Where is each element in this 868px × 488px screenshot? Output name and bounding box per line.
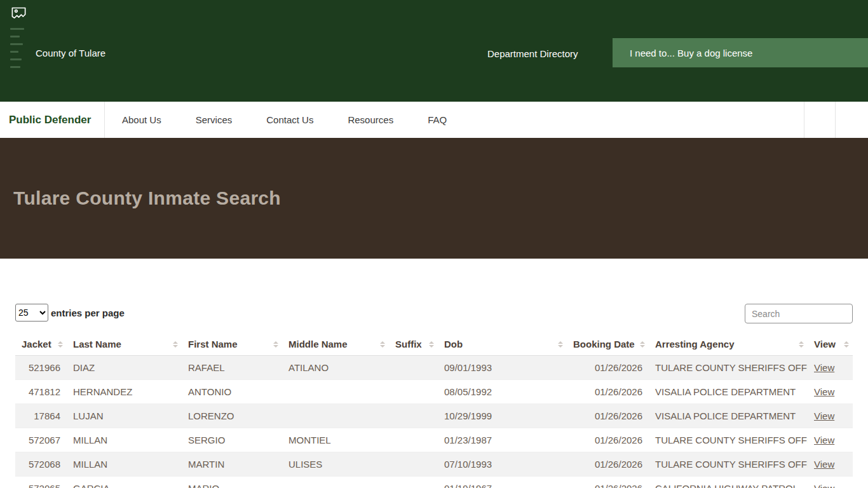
nav-item-about-us[interactable]: About Us [105,114,179,125]
nav-item-contact-us[interactable]: Contact Us [249,114,330,125]
main-nav: Public Defender About Us Services Contac… [0,102,868,138]
cell-last-name: MILLAN [67,452,182,477]
table-controls: 25 entries per page [15,304,853,323]
column-header-suffix[interactable]: Suffix [389,333,438,356]
cell-dob: 10/29/1999 [438,404,567,428]
cell-first-name: RAFAEL [182,356,282,380]
cell-middle-name: ULISES [282,452,389,477]
sort-icon[interactable] [799,341,804,348]
cell-suffix [389,477,438,488]
entries-per-page-select[interactable]: 25 [15,304,48,322]
site-header: County of Tulare Department Directory I … [0,0,868,102]
cell-booking-date: 01/26/2026 [567,452,649,477]
column-header-first-name[interactable]: First Name [182,333,282,356]
cell-view: View [808,356,853,380]
cell-first-name: MARTIN [182,452,282,477]
nav-divider [804,102,804,138]
cell-jacket: 521966 [15,356,67,380]
view-link[interactable]: View [814,435,834,445]
cell-arresting-agency: TULARE COUNTY SHERIFFS OFFICE [649,452,808,477]
cell-middle-name [282,380,389,404]
cell-booking-date: 01/26/2026 [567,428,649,452]
table-row: 572067MILLANSERGIOMONTIEL01/23/198701/26… [15,428,853,452]
cell-jacket: 572068 [15,452,67,477]
cell-jacket: 471812 [15,380,67,404]
entries-per-page-label: entries per page [51,308,125,318]
cell-view: View [808,428,853,452]
column-label: Last Name [73,339,121,349]
cell-suffix [389,428,438,452]
hero-banner: Tulare County Inmate Search [0,138,868,259]
cell-arresting-agency: VISALIA POLICE DEPARTMENT [649,380,808,404]
broken-image-icon [10,5,29,22]
search-input[interactable] [745,304,853,323]
column-header-dob[interactable]: Dob [438,333,567,356]
cell-first-name: ANTONIO [182,380,282,404]
column-label: Jacket [22,339,51,349]
sort-icon[interactable] [58,341,63,348]
cell-view: View [808,452,853,477]
cell-middle-name: ATILANO [282,356,389,380]
sort-icon[interactable] [558,341,563,348]
column-header-middle-name[interactable]: Middle Name [282,333,389,356]
nav-item-resources[interactable]: Resources [330,114,410,125]
view-link[interactable]: View [814,483,834,488]
column-label: Booking Date [573,339,635,349]
sort-icon[interactable] [429,341,434,348]
column-header-jacket[interactable]: Jacket [15,333,67,356]
sort-icon[interactable] [273,341,278,348]
cell-view: View [808,477,853,488]
cell-last-name: DIAZ [67,356,182,380]
cell-last-name: GARCIA [67,477,182,488]
cell-view: View [808,404,853,428]
cell-last-name: MILLAN [67,428,182,452]
page-title: Tulare County Inmate Search [13,187,281,209]
column-header-booking-date[interactable]: Booking Date [567,333,649,356]
cell-first-name: LORENZO [182,404,282,428]
cell-dob: 01/23/1987 [438,428,567,452]
department-directory-link[interactable]: Department Directory [487,48,578,59]
nav-divider [835,102,836,138]
i-need-to-button[interactable]: I need to... Buy a dog license [613,38,868,67]
cell-dob: 09/01/1993 [438,356,567,380]
department-brand-link[interactable]: Public Defender [0,102,105,138]
site-name: County of Tulare [36,48,105,58]
table-header-row: JacketLast NameFirst NameMiddle NameSuff… [15,333,853,356]
column-label: Middle Name [288,339,348,349]
nav-item-faq[interactable]: FAQ [410,114,464,125]
view-link[interactable]: View [814,362,834,373]
cell-last-name: HERNANDEZ [67,380,182,404]
cell-first-name: SERGIO [182,428,282,452]
main-content: 25 entries per page JacketLast NameFirst… [0,259,868,488]
sort-icon[interactable] [380,341,385,348]
entries-per-page-control: 25 entries per page [15,304,853,322]
cell-middle-name [282,477,389,488]
site-logo[interactable] [10,5,29,68]
column-label: First Name [188,339,238,349]
cell-middle-name: MONTIEL [282,428,389,452]
column-label: Dob [444,339,463,349]
sort-icon[interactable] [640,341,645,348]
nav-item-services[interactable]: Services [179,114,250,125]
cell-suffix [389,356,438,380]
sort-icon[interactable] [173,341,178,348]
cell-arresting-agency: VISALIA POLICE DEPARTMENT [649,404,808,428]
view-link[interactable]: View [814,410,834,421]
cell-arresting-agency: TULARE COUNTY SHERIFFS OFFICE [649,428,808,452]
cell-dob: 01/19/1967 [438,477,567,488]
sort-icon[interactable] [844,341,849,348]
view-link[interactable]: View [814,459,834,470]
column-header-last-name[interactable]: Last Name [67,333,182,356]
cell-suffix [389,380,438,404]
column-header-arresting-agency[interactable]: Arresting Agency [649,333,808,356]
cell-booking-date: 01/26/2026 [567,380,649,404]
cell-booking-date: 01/26/2026 [567,404,649,428]
cell-arresting-agency: TULARE COUNTY SHERIFFS OFFICE [649,356,808,380]
nav-links: About Us Services Contact Us Resources F… [105,102,464,138]
cell-middle-name [282,404,389,428]
cell-jacket: 572065 [15,477,67,488]
cell-booking-date: 01/26/2026 [567,356,649,380]
view-link[interactable]: View [814,386,834,397]
column-header-view[interactable]: View [808,333,853,356]
table-row: 572068MILLANMARTINULISES07/10/199301/26/… [15,452,853,477]
